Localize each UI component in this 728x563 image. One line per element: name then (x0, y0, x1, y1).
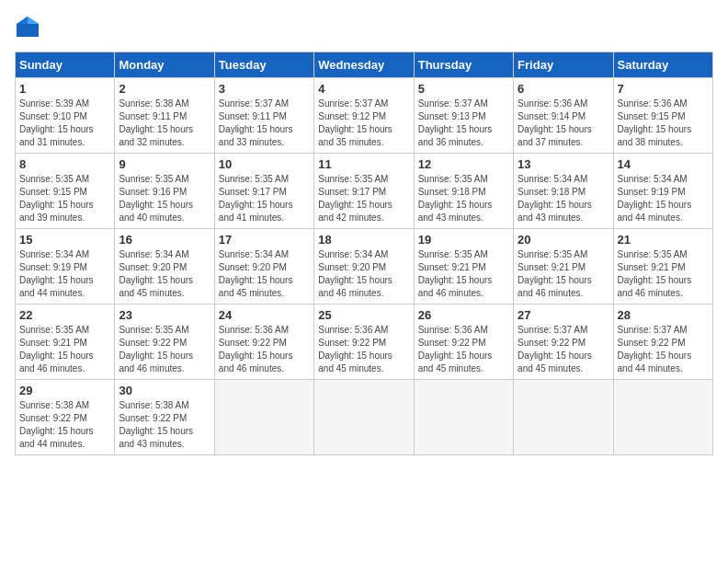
calendar-day: 1 Sunrise: 5:39 AMSunset: 9:10 PMDayligh… (16, 78, 115, 154)
calendar-day: 6 Sunrise: 5:36 AMSunset: 9:14 PMDayligh… (514, 78, 613, 154)
svg-marker-1 (28, 17, 39, 24)
day-info: Sunrise: 5:34 AMSunset: 9:19 PMDaylight:… (618, 173, 709, 224)
calendar-day (314, 380, 414, 455)
day-number: 29 (19, 384, 110, 397)
calendar-day: 28 Sunrise: 5:37 AMSunset: 9:22 PMDaylig… (613, 304, 712, 380)
day-info: Sunrise: 5:37 AMSunset: 9:22 PMDaylight:… (518, 324, 609, 375)
day-info: Sunrise: 5:36 AMSunset: 9:22 PMDaylight:… (219, 324, 310, 375)
day-info: Sunrise: 5:36 AMSunset: 9:22 PMDaylight:… (318, 324, 409, 375)
calendar-day: 3 Sunrise: 5:37 AMSunset: 9:11 PMDayligh… (214, 78, 313, 154)
logo-icon (15, 15, 40, 40)
day-number: 5 (418, 82, 509, 96)
calendar-day: 23 Sunrise: 5:35 AMSunset: 9:22 PMDaylig… (115, 304, 214, 380)
calendar-table: SundayMondayTuesdayWednesdayThursdayFrid… (15, 52, 713, 455)
calendar-day: 5 Sunrise: 5:37 AMSunset: 9:13 PMDayligh… (414, 78, 513, 154)
day-number: 1 (19, 82, 110, 96)
calendar-day: 26 Sunrise: 5:36 AMSunset: 9:22 PMDaylig… (414, 304, 513, 380)
header-day: Tuesday (214, 52, 313, 78)
calendar-day: 18 Sunrise: 5:34 AMSunset: 9:20 PMDaylig… (314, 229, 414, 304)
calendar-day (214, 380, 313, 455)
day-info: Sunrise: 5:36 AMSunset: 9:15 PMDaylight:… (618, 98, 709, 149)
day-info: Sunrise: 5:35 AMSunset: 9:21 PMDaylight:… (618, 248, 709, 300)
day-number: 10 (219, 157, 310, 171)
day-number: 3 (219, 82, 310, 96)
day-number: 25 (318, 308, 409, 322)
svg-marker-2 (17, 17, 28, 24)
day-info: Sunrise: 5:35 AMSunset: 9:17 PMDaylight:… (219, 173, 310, 224)
calendar-day: 20 Sunrise: 5:35 AMSunset: 9:21 PMDaylig… (514, 229, 613, 304)
day-info: Sunrise: 5:37 AMSunset: 9:13 PMDaylight:… (418, 98, 509, 149)
calendar-day: 30 Sunrise: 5:38 AMSunset: 9:22 PMDaylig… (115, 380, 214, 455)
day-number: 8 (19, 157, 110, 171)
day-info: Sunrise: 5:35 AMSunset: 9:16 PMDaylight:… (119, 173, 210, 224)
header-day: Saturday (613, 52, 712, 78)
day-info: Sunrise: 5:37 AMSunset: 9:22 PMDaylight:… (618, 324, 709, 375)
day-info: Sunrise: 5:35 AMSunset: 9:17 PMDaylight:… (318, 173, 409, 224)
header-day: Wednesday (314, 52, 414, 78)
calendar-day: 27 Sunrise: 5:37 AMSunset: 9:22 PMDaylig… (514, 304, 613, 380)
calendar-day: 19 Sunrise: 5:35 AMSunset: 9:21 PMDaylig… (414, 229, 513, 304)
header-row: SundayMondayTuesdayWednesdayThursdayFrid… (16, 52, 713, 78)
day-number: 22 (19, 308, 110, 322)
day-number: 13 (518, 157, 609, 171)
day-number: 19 (418, 233, 509, 247)
calendar-day: 17 Sunrise: 5:34 AMSunset: 9:20 PMDaylig… (214, 229, 313, 304)
day-info: Sunrise: 5:35 AMSunset: 9:21 PMDaylight:… (518, 248, 609, 300)
calendar-day: 24 Sunrise: 5:36 AMSunset: 9:22 PMDaylig… (214, 304, 313, 380)
day-number: 14 (618, 157, 709, 171)
day-info: Sunrise: 5:34 AMSunset: 9:20 PMDaylight:… (119, 248, 210, 300)
day-info: Sunrise: 5:38 AMSunset: 9:22 PMDaylight:… (19, 399, 110, 451)
day-info: Sunrise: 5:36 AMSunset: 9:22 PMDaylight:… (418, 324, 509, 375)
calendar-day: 14 Sunrise: 5:34 AMSunset: 9:19 PMDaylig… (613, 154, 712, 229)
day-number: 26 (418, 308, 509, 322)
calendar-day: 22 Sunrise: 5:35 AMSunset: 9:21 PMDaylig… (16, 304, 115, 380)
calendar-day: 12 Sunrise: 5:35 AMSunset: 9:18 PMDaylig… (414, 154, 513, 229)
day-number: 11 (318, 157, 409, 171)
day-number: 12 (418, 157, 509, 171)
calendar-day: 15 Sunrise: 5:34 AMSunset: 9:19 PMDaylig… (16, 229, 115, 304)
day-number: 15 (19, 233, 110, 247)
logo (15, 15, 44, 40)
calendar-week: 15 Sunrise: 5:34 AMSunset: 9:19 PMDaylig… (16, 229, 713, 304)
calendar-day (514, 380, 613, 455)
day-number: 20 (518, 233, 609, 247)
day-number: 28 (618, 308, 709, 322)
day-number: 16 (119, 233, 210, 247)
header-day: Sunday (16, 52, 115, 78)
calendar-day (613, 380, 712, 455)
page-header (15, 15, 713, 40)
day-number: 4 (318, 82, 409, 96)
day-number: 27 (518, 308, 609, 322)
day-info: Sunrise: 5:35 AMSunset: 9:21 PMDaylight:… (418, 248, 509, 300)
header-day: Friday (514, 52, 613, 78)
calendar-day: 4 Sunrise: 5:37 AMSunset: 9:12 PMDayligh… (314, 78, 414, 154)
day-number: 18 (318, 233, 409, 247)
day-number: 2 (119, 82, 210, 96)
day-number: 9 (119, 157, 210, 171)
day-info: Sunrise: 5:35 AMSunset: 9:15 PMDaylight:… (19, 173, 110, 224)
calendar-day: 11 Sunrise: 5:35 AMSunset: 9:17 PMDaylig… (314, 154, 414, 229)
day-info: Sunrise: 5:35 AMSunset: 9:18 PMDaylight:… (418, 173, 509, 224)
calendar-day: 25 Sunrise: 5:36 AMSunset: 9:22 PMDaylig… (314, 304, 414, 380)
calendar-header: SundayMondayTuesdayWednesdayThursdayFrid… (16, 52, 713, 78)
calendar-day: 9 Sunrise: 5:35 AMSunset: 9:16 PMDayligh… (115, 154, 214, 229)
day-number: 6 (518, 82, 609, 96)
calendar-week: 8 Sunrise: 5:35 AMSunset: 9:15 PMDayligh… (16, 154, 713, 229)
calendar-day: 13 Sunrise: 5:34 AMSunset: 9:18 PMDaylig… (514, 154, 613, 229)
calendar-day: 7 Sunrise: 5:36 AMSunset: 9:15 PMDayligh… (613, 78, 712, 154)
day-info: Sunrise: 5:34 AMSunset: 9:20 PMDaylight:… (219, 248, 310, 300)
day-info: Sunrise: 5:38 AMSunset: 9:22 PMDaylight:… (119, 399, 210, 451)
calendar-week: 22 Sunrise: 5:35 AMSunset: 9:21 PMDaylig… (16, 304, 713, 380)
day-number: 7 (618, 82, 709, 96)
day-info: Sunrise: 5:34 AMSunset: 9:18 PMDaylight:… (518, 173, 609, 224)
header-day: Thursday (414, 52, 513, 78)
calendar-day: 16 Sunrise: 5:34 AMSunset: 9:20 PMDaylig… (115, 229, 214, 304)
day-info: Sunrise: 5:37 AMSunset: 9:12 PMDaylight:… (318, 98, 409, 149)
calendar-day: 2 Sunrise: 5:38 AMSunset: 9:11 PMDayligh… (115, 78, 214, 154)
day-info: Sunrise: 5:37 AMSunset: 9:11 PMDaylight:… (219, 98, 310, 149)
calendar-day: 10 Sunrise: 5:35 AMSunset: 9:17 PMDaylig… (214, 154, 313, 229)
day-number: 23 (119, 308, 210, 322)
day-number: 17 (219, 233, 310, 247)
calendar-day (414, 380, 513, 455)
day-info: Sunrise: 5:35 AMSunset: 9:22 PMDaylight:… (119, 324, 210, 375)
